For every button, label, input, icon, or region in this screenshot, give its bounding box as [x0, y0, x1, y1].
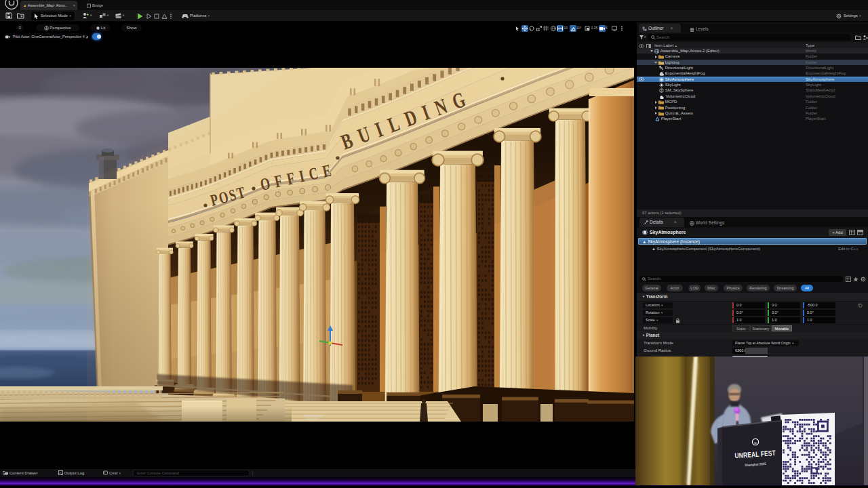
svg-text:u: u [754, 441, 756, 445]
